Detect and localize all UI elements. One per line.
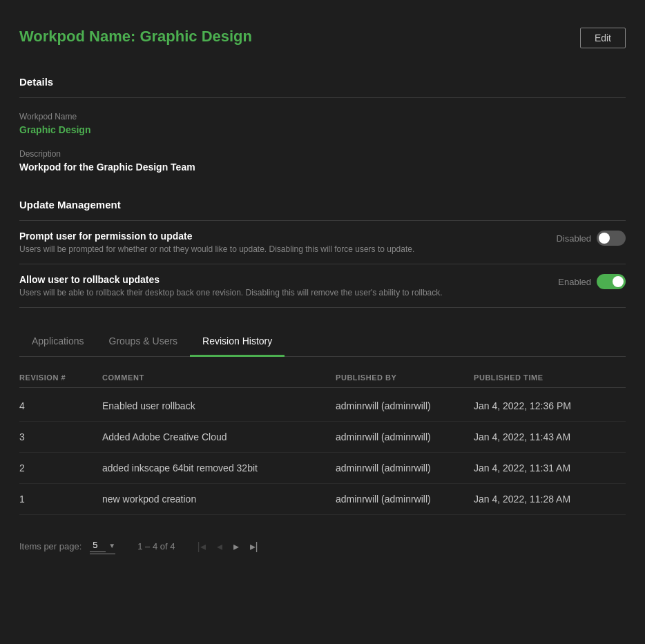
toggle-control-rollback[interactable]: Enabled — [558, 274, 626, 289]
col-header-comment: COMMENT — [102, 373, 336, 382]
cell-comment-1: new workpod creation — [102, 494, 336, 505]
table-header: REVISION # COMMENT PUBLISHED BY PUBLISHE… — [19, 368, 626, 388]
cell-comment-3: Added Adobe Creative Cloud — [102, 431, 336, 442]
tab-applications[interactable]: Applications — [19, 327, 97, 357]
items-per-page-label: Items per page: — [19, 541, 81, 552]
description-label: Description — [19, 149, 626, 159]
edit-button[interactable]: Edit — [580, 28, 626, 48]
cell-revision-1: 1 — [19, 494, 102, 505]
description-value: Workpod for the Graphic Design Team — [19, 162, 626, 173]
cell-revision-2: 2 — [19, 462, 102, 474]
title-name: Graphic Design — [139, 28, 252, 45]
page-container: Workpod Name: Graphic Design Edit Detail… — [0, 0, 645, 583]
cell-published-time-2: Jan 4, 2022, 11:31 AM — [474, 462, 626, 474]
next-page-button[interactable]: ▸ — [231, 537, 242, 556]
tab-groups-users[interactable]: Groups & Users — [97, 327, 191, 357]
col-header-revision: REVISION # — [19, 373, 102, 382]
page-title: Workpod Name: Graphic Design — [19, 28, 252, 46]
toggle-status-prompt: Disabled — [556, 233, 591, 244]
cell-published-time-1: Jan 4, 2022, 11:28 AM — [474, 494, 626, 505]
cell-published-time-3: Jan 4, 2022, 11:43 AM — [474, 431, 626, 442]
title-prefix: Workpod Name: — [19, 28, 139, 45]
table-row: 4 Enabled user rollback adminrwill (admi… — [19, 391, 626, 422]
select-arrow-icon: ▼ — [108, 542, 115, 549]
toggle-desc-prompt: Users will be prompted for whether or no… — [19, 244, 503, 254]
cell-published-time-4: Jan 4, 2022, 12:36 PM — [474, 400, 626, 411]
toggle-desc-rollback: Users will be able to rollback their des… — [19, 288, 503, 297]
col-header-published-time: PUBLISHED TIME — [474, 373, 626, 382]
details-heading: Details — [19, 70, 626, 88]
prev-page-button[interactable]: ◂ — [214, 537, 225, 556]
toggle-label-group-prompt: Prompt user for permission to update Use… — [19, 231, 542, 254]
cell-published-by-4: adminrwill (adminrwill) — [336, 400, 474, 411]
toggle-row-prompt: Prompt user for permission to update Use… — [19, 220, 626, 264]
update-management-section: Update Management Prompt user for permis… — [19, 193, 626, 308]
items-per-page-wrapper[interactable]: 5 10 25 ▼ — [90, 538, 115, 554]
pagination: Items per page: 5 10 25 ▼ 1 – 4 of 4 |◂ … — [19, 531, 626, 556]
cell-published-by-2: adminrwill (adminrwill) — [336, 462, 474, 474]
toggle-label-prompt: Prompt user for permission to update — [19, 231, 542, 242]
update-management-heading: Update Management — [19, 193, 626, 211]
cell-comment-2: added inkscape 64bit removed 32bit — [102, 462, 336, 474]
toggle-switch-prompt[interactable] — [597, 231, 626, 246]
cell-revision-4: 4 — [19, 400, 102, 411]
table-row: 3 Added Adobe Creative Cloud adminrwill … — [19, 422, 626, 453]
toggle-control-prompt[interactable]: Disabled — [556, 231, 626, 246]
toggle-status-rollback: Enabled — [558, 277, 591, 287]
details-divider — [19, 97, 626, 98]
table-row: 1 new workpod creation adminrwill (admin… — [19, 484, 626, 515]
toggle-switch-rollback[interactable] — [597, 274, 626, 289]
tabs-container: Applications Groups & Users Revision His… — [19, 327, 626, 357]
cell-revision-3: 3 — [19, 431, 102, 442]
last-page-button[interactable]: ▸| — [247, 537, 261, 556]
workpod-name-value: Graphic Design — [19, 124, 626, 135]
toggle-label-rollback: Allow user to rollback updates — [19, 274, 544, 285]
first-page-button[interactable]: |◂ — [194, 537, 208, 556]
details-section: Details Workpod Name Graphic Design Desc… — [19, 70, 626, 173]
cell-comment-4: Enabled user rollback — [102, 400, 336, 411]
toggle-label-group-rollback: Allow user to rollback updates Users wil… — [19, 274, 544, 297]
cell-published-by-3: adminrwill (adminrwill) — [336, 431, 474, 442]
tab-revision-history[interactable]: Revision History — [190, 327, 285, 357]
toggle-row-rollback: Allow user to rollback updates Users wil… — [19, 264, 626, 308]
col-header-published-by: PUBLISHED BY — [336, 373, 474, 382]
table-row: 2 added inkscape 64bit removed 32bit adm… — [19, 453, 626, 484]
revision-table: REVISION # COMMENT PUBLISHED BY PUBLISHE… — [19, 368, 626, 515]
page-nav: |◂ ◂ ▸ ▸| — [194, 537, 260, 556]
items-per-page-select[interactable]: 5 10 25 — [90, 538, 106, 552]
page-header: Workpod Name: Graphic Design Edit — [19, 28, 626, 48]
workpod-name-label: Workpod Name — [19, 112, 626, 121]
cell-published-by-1: adminrwill (adminrwill) — [336, 494, 474, 505]
page-info: 1 – 4 of 4 — [137, 541, 175, 552]
